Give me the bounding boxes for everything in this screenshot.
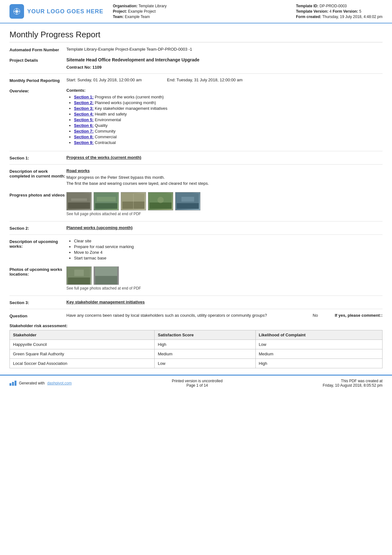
question-label: Question [9,313,66,318]
footer-logo [9,381,16,386]
monthly-period-label: Monthly Period Reporting [9,78,66,83]
section3-link[interactable]: Section 3: [74,106,94,111]
svg-rect-17 [68,278,90,285]
svg-rect-24 [15,381,16,386]
footer-center-line1: Printed version is uncontrolled [172,379,223,383]
list-item: Section 2: Planned works (upcoming month… [74,100,383,105]
stakeholder-table: Stakeholder Satisfaction Score Likelihoo… [9,330,383,368]
contract-no: Contract No: 1109 [66,65,383,70]
section3-row: Section 3: Key stakeholder management in… [9,300,383,305]
svg-point-12 [157,197,164,203]
table-header-row: Stakeholder Satisfaction Score Likelihoo… [10,330,383,340]
upcoming-desc-content: Clear site Prepare for road service mark… [66,239,383,261]
question-row: Question Have any concerns been raised b… [9,313,383,318]
satisfaction-score: Low [155,359,255,368]
section9-link[interactable]: Section 9: [74,140,94,145]
automated-form-number-value: Template Library-Example Project-Example… [66,47,383,52]
photo-thumb-3 [121,192,146,210]
table-row: Happyville Council High Low [10,340,383,349]
stakeholder-name: Local Soccer Dad Association [10,359,155,368]
upcoming-photo-thumb-1 [66,266,92,285]
header-meta: Organisation: Template Library Project: … [103,4,383,19]
org-line: Organisation: Template Library [113,4,167,8]
footer-right-line1: This PDF was created at [323,379,383,383]
section1-label: Section 1: [9,155,66,160]
svg-rect-5 [95,203,117,209]
table-row: Local Soccer Dad Association Low High [10,359,383,368]
contents-list: Section 1: Progress of the works (curren… [66,95,383,145]
team-line: Team: Example Team [113,15,167,19]
period-end: End: Tuesday, 31 July 2018, 12:00:00 am [167,78,242,82]
overview-content: Contents: Section 1: Progress of the wor… [66,88,383,146]
section2-heading: Planned works (upcoming month) [66,225,132,230]
dashpivot-logo-icon [9,381,16,386]
section1-link[interactable]: Section 1: [74,95,94,99]
logo-area: YOUR LOGO GOES HERE [9,4,103,19]
svg-rect-20 [95,276,117,285]
upcoming-photos-content: See full page photos attached at end of … [66,266,383,290]
footer-center-line2: Page 1 of 14 [172,383,223,388]
upcoming-photos-caption: See full page photos attached at end of … [66,286,383,290]
section2-label: Section 2: [9,225,66,231]
upcoming-items-list: Clear site Prepare for road service mark… [66,239,383,260]
stakeholder-name: Green Square Rail Authority [10,349,155,359]
road-works-heading: Road works [66,168,383,173]
svg-rect-22 [9,383,11,386]
logo-icon [9,4,24,19]
road-works-text1: Major progress on the Peter Street bypas… [66,175,383,180]
overview-row: Overview: Contents: Section 1: Progress … [9,88,383,146]
section2-link[interactable]: Section 2: [74,100,94,105]
logo-text: YOUR LOGO GOES HERE [27,8,103,15]
footer-center: Printed version is uncontrolled Page 1 o… [172,379,223,388]
project-details-content: Sitemate Head Office Redevelopment and I… [66,57,383,70]
upcoming-photos-row: Photos of upcoming works locations: See … [9,266,383,290]
section8-link[interactable]: Section 8: [74,134,94,139]
likelihood-complaint: Medium [255,349,382,359]
list-item: Section 7: Community [74,129,383,134]
upcoming-desc-row: Description of upcoming works: Clear sit… [9,239,383,261]
list-item: Section 1: Progress of the works (curren… [74,95,383,99]
footer-right: This PDF was created at Friday, 10 Augus… [323,379,383,388]
section5-link[interactable]: Section 5: [74,117,94,122]
photos-thumbnails [66,192,383,210]
list-item: Section 4: Health and safety [74,112,383,116]
photo-thumb-5 [175,192,200,210]
likelihood-complaint: Low [255,340,382,349]
table-header-satisfaction: Satisfaction Score [155,330,255,340]
header-col-right: Template ID: DP-PROD-0003 Template Versi… [296,4,383,19]
stakeholder-table-section: Stakeholder risk assessment: Stakeholder… [9,323,383,368]
satisfaction-score: High [155,340,255,349]
stakeholder-name: Happyville Council [10,340,155,349]
project-details-label: Project Details [9,57,66,70]
question-text: Have any concerns been raised by local s… [66,313,303,318]
progress-photos-row: Progress photos and videos [9,192,383,216]
svg-rect-2 [68,203,90,209]
list-item: Prepare for road service marking [74,244,383,249]
satisfaction-score: Medium [155,349,255,359]
likelihood-complaint: High [255,359,382,368]
section7-link[interactable]: Section 7: [74,129,94,134]
footer-right-line2: Friday, 10 August 2018, 8:05:52 pm [323,383,383,388]
list-item: Section 9: Contractual [74,140,383,145]
svg-rect-11 [150,203,172,209]
footer-left: Generated with dashpivot.com [9,381,72,386]
project-details-value: Sitemate Head Office Redevelopment and I… [66,57,383,62]
list-item: Section 5: Environmental [74,117,383,122]
contents-label: Contents: [66,88,383,93]
question-comment: If yes, please comment:: [335,313,383,318]
section6-link[interactable]: Section 6: [74,123,94,128]
footer-link[interactable]: dashpivot.com [47,381,71,385]
automated-form-number-row: Automated Form Number Template Library-E… [9,47,383,52]
project-details-row: Project Details Sitemate Head Office Red… [9,57,383,70]
upcoming-photo-thumb-2 [94,266,119,285]
upcoming-photos-label: Photos of upcoming works locations: [9,266,66,290]
section2-row: Section 2: Planned works (upcoming month… [9,225,383,231]
svg-rect-6 [97,197,116,202]
photos-caption: See full page photos attached at end of … [66,212,383,216]
overview-label: Overview: [9,88,66,146]
list-item: Section 8: Commercial [74,134,383,139]
question-content: Have any concerns been raised by local s… [66,313,383,318]
section4-link[interactable]: Section 4: [74,112,94,116]
road-works-text2: The first the base and wearing courses w… [66,181,383,186]
svg-rect-14 [177,203,199,209]
